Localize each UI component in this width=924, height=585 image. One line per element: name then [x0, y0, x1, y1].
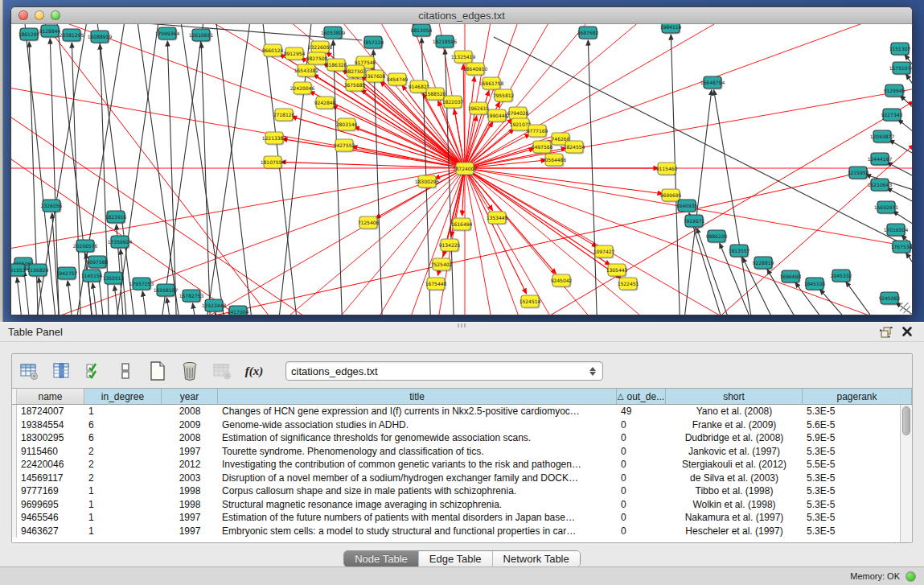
graph-node[interactable]: 9427552 [334, 139, 355, 153]
graph-node[interactable]: 12213383 [262, 132, 287, 146]
graph-node[interactable]: 1824554 [564, 141, 585, 154]
table-row[interactable]: 1456911722003Disruption of a novel membe… [12, 472, 900, 485]
graph-node[interactable]: 8813054 [411, 24, 433, 38]
graph-node[interactable]: 20206576 [73, 240, 98, 253]
graph-node[interactable]: 9242848 [314, 97, 336, 110]
panel-resize-grip[interactable] [458, 323, 467, 328]
show-columns-icon[interactable] [51, 360, 72, 381]
graph-node[interactable]: 11325419 [451, 51, 476, 64]
graph-node[interactable]: 20381295 [60, 29, 84, 43]
graph-node[interactable]: 16210643 [868, 179, 893, 192]
graph-node[interactable]: 9129946 [884, 84, 906, 98]
graph-node[interactable]: 12923448 [202, 299, 227, 313]
column-header-short[interactable]: short [666, 389, 803, 404]
graph-node[interactable]: 1145154 [81, 270, 103, 283]
float-panel-icon[interactable] [879, 326, 893, 339]
network-canvas[interactable]: 1872400786601248912954232260589827508165… [11, 24, 912, 315]
table-selector-dropdown[interactable]: citations_edges.txt [285, 361, 603, 381]
graph-node[interactable]: 22420046 [290, 82, 315, 96]
graph-node[interactable]: 2417004 [228, 306, 249, 315]
graph-node[interactable]: 1305443 [606, 264, 628, 278]
graph-node[interactable]: 1823916 [105, 211, 127, 225]
graph-node[interactable]: 1861297 [18, 28, 40, 42]
graph-node[interactable]: 7919671 [684, 215, 705, 229]
graph-node[interactable]: 1942757 [56, 267, 78, 281]
graph-node[interactable]: 1353445 [487, 212, 508, 225]
graph-node[interactable]: 17359924 [108, 236, 133, 249]
column-header-name[interactable]: name [17, 389, 84, 404]
table-row[interactable]: 911546021997Tourette syndrome. Phenomeno… [12, 445, 900, 459]
graph-node[interactable]: 9227343 [881, 109, 903, 122]
graph-node[interactable]: 15751074 [889, 62, 912, 76]
select-columns-icon[interactable] [83, 360, 104, 381]
column-header-out_degree[interactable]: △out_de... [617, 389, 666, 404]
graph-node[interactable]: 1822037 [442, 96, 464, 109]
window-resize-grip[interactable] [900, 303, 910, 313]
graph-node[interactable]: 391553 [11, 264, 27, 278]
graph-node[interactable]: 9115460 [656, 163, 678, 176]
tab-network-table[interactable]: Network Table [493, 551, 580, 566]
graph-node[interactable]: 16648794 [700, 76, 725, 90]
new-column-icon[interactable] [147, 360, 168, 381]
graph-node[interactable]: 6497568 [532, 141, 553, 154]
graph-node[interactable]: 16961758 [479, 77, 504, 91]
tab-node-table[interactable]: Node Table [344, 551, 419, 566]
graph-node[interactable]: 1767534 [891, 241, 912, 254]
column-header-pagerank[interactable]: pagerank [803, 389, 912, 404]
graph-node[interactable]: 2718126 [273, 109, 295, 122]
table-row[interactable]: 946554611997Estimation of the future num… [12, 511, 900, 525]
graph-node[interactable]: 8454749 [387, 73, 409, 87]
graph-node[interactable]: 16958107 [154, 284, 179, 298]
table-row[interactable]: 977716911998Corpus callosum shape and si… [12, 484, 900, 498]
column-header-in_degree[interactable]: in_degree [84, 389, 162, 404]
graph-node[interactable]: 1616494 [451, 218, 473, 232]
graph-node[interactable]: 9228819 [753, 257, 774, 270]
graph-node[interactable]: 1151307 [889, 43, 911, 56]
graph-node[interactable]: 9134225 [439, 239, 461, 253]
vertical-scrollbar[interactable] [900, 405, 912, 542]
graph-node[interactable]: 1990448 [487, 109, 508, 123]
graph-node[interactable]: 8186328 [326, 59, 347, 72]
graph-node[interactable]: 16543382 [294, 64, 319, 78]
graph-node[interactable]: 9827508 [306, 52, 328, 66]
graph-node[interactable]: 16782753 [179, 290, 204, 303]
column-header-year[interactable]: year [162, 389, 218, 404]
graph-node[interactable]: 7125406 [358, 216, 380, 230]
graph-node[interactable]: 18724007 [453, 163, 478, 176]
graph-node[interactable]: 9245042 [551, 274, 573, 288]
graph-node[interactable]: 18107554 [261, 156, 285, 170]
graph-node[interactable]: 1156829 [27, 264, 49, 278]
table-row[interactable]: 1938455462009Genome-wide association stu… [12, 418, 900, 432]
graph-node[interactable]: 7857224 [363, 36, 384, 50]
table-row[interactable]: 969969511998Structural magnetic resonanc… [12, 498, 900, 512]
table-row[interactable]: 1872400712008Changes of HCN gene express… [12, 405, 900, 418]
close-window-button[interactable] [18, 10, 28, 20]
function-builder-icon[interactable]: f(x) [244, 360, 265, 381]
scrollbar-thumb[interactable] [902, 406, 910, 435]
graph-node[interactable]: 17999364 [155, 27, 180, 41]
graph-node[interactable]: 8128844 [39, 25, 61, 39]
graph-node[interactable]: 3215958 [848, 167, 869, 180]
graph-node[interactable]: 1524514 [519, 295, 541, 309]
graph-node[interactable]: 7525402 [431, 258, 453, 272]
table-row[interactable]: 946362711997Embryonic stem cells: a mode… [12, 525, 900, 538]
graph-node[interactable]: 1097427 [593, 245, 615, 259]
table-row[interactable]: 1830029562008Estimation of significance … [12, 431, 900, 445]
graph-node[interactable]: 7955812 [493, 89, 515, 103]
graph-node[interactable]: 2803144 [336, 118, 358, 132]
graph-node[interactable]: 17957253 [129, 278, 154, 291]
graph-node[interactable]: 9245062 [879, 292, 901, 306]
graph-node[interactable]: 12610651 [189, 29, 214, 43]
graph-node[interactable]: 1984119 [660, 24, 682, 35]
graph-node[interactable]: 1913557 [729, 245, 750, 258]
graph-node[interactable]: 1350513 [103, 272, 125, 286]
graph-node[interactable]: 1845106 [804, 278, 826, 291]
graph-node[interactable]: 9886220 [706, 230, 728, 244]
graph-node[interactable]: 17016504 [884, 224, 909, 237]
minimize-window-button[interactable] [35, 10, 44, 20]
graph-node[interactable]: 2687682 [577, 27, 599, 40]
tab-edge-table[interactable]: Edge Table [419, 551, 493, 566]
graph-node[interactable]: 9827503 [345, 65, 367, 79]
table-mode-icon[interactable] [18, 360, 39, 381]
graph-node[interactable]: 8660124 [262, 44, 284, 58]
